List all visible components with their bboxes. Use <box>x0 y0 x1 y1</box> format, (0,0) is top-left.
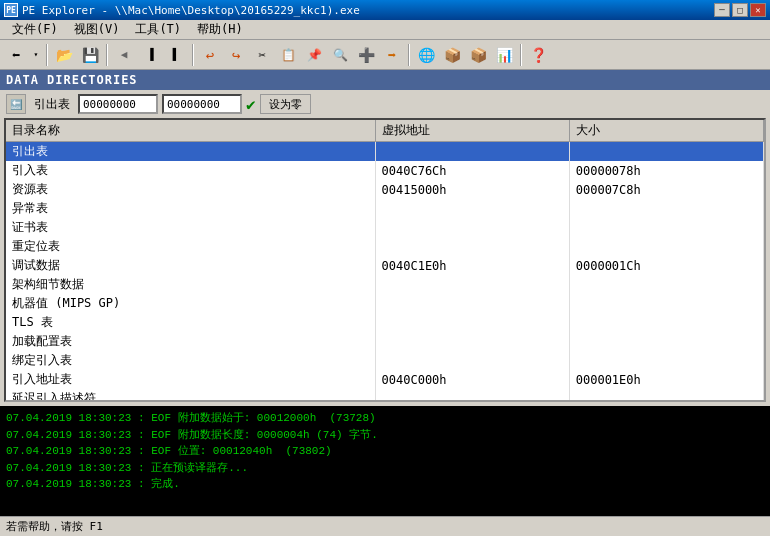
row-size: 000007C8h <box>569 180 763 199</box>
toolbar: ⬅ ▾ 📂 💾 ◀ ▐ ▌ ↩ ↪ ✂ 📋 📌 🔍 ➕ ➡ 🌐 📦 📦 📊 ❓ <box>0 40 770 70</box>
toolbar-separator-2 <box>106 44 108 66</box>
table-row[interactable]: 调试数据0040C1E0h0000001Ch <box>6 256 764 275</box>
address-bar: 🔙 引出表 ✔ 设为零 <box>0 90 770 118</box>
console-line: 07.04.2019 18:30:23 : EOF 位置: 00012040h … <box>6 443 764 460</box>
row-name: 重定位表 <box>6 237 375 256</box>
addr-check-icon[interactable]: ✔ <box>246 95 256 114</box>
pkg2-button[interactable]: 📦 <box>466 43 490 67</box>
back-addr-button[interactable]: 🔙 <box>6 94 26 114</box>
row-addr: 00415000h <box>375 180 569 199</box>
go-button[interactable]: ➡ <box>380 43 404 67</box>
row-name: 引出表 <box>6 142 375 162</box>
addr-input-1[interactable] <box>78 94 158 114</box>
window-controls: ─ □ ✕ <box>714 3 766 17</box>
find-button[interactable]: 🔍 <box>328 43 352 67</box>
table-row[interactable]: 架构细节数据 <box>6 275 764 294</box>
close-button[interactable]: ✕ <box>750 3 766 17</box>
toolbar-btn-4[interactable]: ▌ <box>164 43 188 67</box>
top-panel: 🔙 引出表 ✔ 设为零 目录名称 虚拟地址 大小 <box>0 90 770 406</box>
back-button[interactable]: ⬅ <box>4 43 28 67</box>
row-size <box>569 313 763 332</box>
table-row[interactable]: 绑定引入表 <box>6 351 764 370</box>
toolbar-btn-3[interactable]: ▐ <box>138 43 162 67</box>
back-dropdown-button[interactable]: ▾ <box>30 43 42 67</box>
row-addr <box>375 142 569 162</box>
toolbar-separator-1 <box>46 44 48 66</box>
row-addr <box>375 275 569 294</box>
row-addr: 0040C76Ch <box>375 161 569 180</box>
minimize-button[interactable]: ─ <box>714 3 730 17</box>
table-row[interactable]: 机器值 (MIPS GP) <box>6 294 764 313</box>
table-row[interactable]: 引入表0040C76Ch00000078h <box>6 161 764 180</box>
add-button[interactable]: ➕ <box>354 43 378 67</box>
open-button[interactable]: 📂 <box>52 43 76 67</box>
console-line: 07.04.2019 18:30:23 : 完成. <box>6 476 764 493</box>
console-line: 07.04.2019 18:30:23 : 正在预读译器存... <box>6 460 764 477</box>
row-addr <box>375 389 569 402</box>
row-name: 机器值 (MIPS GP) <box>6 294 375 313</box>
title-bar-content: PE PE Explorer - \\Mac\Home\Desktop\2016… <box>4 3 360 17</box>
help-button[interactable]: ❓ <box>526 43 550 67</box>
addr-label: 引出表 <box>30 96 74 113</box>
row-size <box>569 294 763 313</box>
row-size <box>569 142 763 162</box>
pkg3-button[interactable]: 📊 <box>492 43 516 67</box>
save-button[interactable]: 💾 <box>78 43 102 67</box>
row-size <box>569 351 763 370</box>
status-text: 若需帮助，请按 F1 <box>6 519 103 534</box>
menu-view[interactable]: 视图(V) <box>66 19 128 40</box>
set-zero-button[interactable]: 设为零 <box>260 94 311 114</box>
table-row[interactable]: 延迟引入描述符 <box>6 389 764 402</box>
row-name: 资源表 <box>6 180 375 199</box>
toolbar-separator-3 <box>192 44 194 66</box>
pkg1-button[interactable]: 📦 <box>440 43 464 67</box>
row-addr: 0040C1E0h <box>375 256 569 275</box>
table-row[interactable]: 资源表00415000h000007C8h <box>6 180 764 199</box>
row-addr <box>375 199 569 218</box>
row-addr <box>375 294 569 313</box>
row-addr <box>375 237 569 256</box>
redo-button[interactable]: ↪ <box>224 43 248 67</box>
col-size: 大小 <box>569 120 763 142</box>
row-name: 绑定引入表 <box>6 351 375 370</box>
table-container: 目录名称 虚拟地址 大小 引出表引入表0040C76Ch00000078h资源表… <box>0 118 770 406</box>
copy-button[interactable]: 📋 <box>276 43 300 67</box>
web-button[interactable]: 🌐 <box>414 43 438 67</box>
row-size: 000001E0h <box>569 370 763 389</box>
menu-tools[interactable]: 工具(T) <box>127 19 189 40</box>
nav-left-button[interactable]: ◀ <box>112 43 136 67</box>
col-addr: 虚拟地址 <box>375 120 569 142</box>
main-content: 🔙 引出表 ✔ 设为零 目录名称 虚拟地址 大小 <box>0 90 770 536</box>
data-table-wrap[interactable]: 目录名称 虚拟地址 大小 引出表引入表0040C76Ch00000078h资源表… <box>4 118 766 402</box>
row-name: 加载配置表 <box>6 332 375 351</box>
row-size <box>569 275 763 294</box>
table-row[interactable]: 异常表 <box>6 199 764 218</box>
paste-button[interactable]: 📌 <box>302 43 326 67</box>
table-row[interactable]: 重定位表 <box>6 237 764 256</box>
row-name: 架构细节数据 <box>6 275 375 294</box>
table-row[interactable]: TLS 表 <box>6 313 764 332</box>
row-addr <box>375 351 569 370</box>
table-row[interactable]: 引出表 <box>6 142 764 162</box>
cut-button[interactable]: ✂ <box>250 43 274 67</box>
row-name: 证书表 <box>6 218 375 237</box>
row-name: 引入地址表 <box>6 370 375 389</box>
row-addr <box>375 313 569 332</box>
row-addr: 0040C000h <box>375 370 569 389</box>
addr-input-2[interactable] <box>162 94 242 114</box>
row-size: 0000001Ch <box>569 256 763 275</box>
row-name: 引入表 <box>6 161 375 180</box>
menu-file[interactable]: 文件(F) <box>4 19 66 40</box>
toolbar-separator-4 <box>408 44 410 66</box>
data-table: 目录名称 虚拟地址 大小 引出表引入表0040C76Ch00000078h资源表… <box>6 120 764 402</box>
menu-help[interactable]: 帮助(H) <box>189 19 251 40</box>
table-row[interactable]: 引入地址表0040C000h000001E0h <box>6 370 764 389</box>
row-name: 延迟引入描述符 <box>6 389 375 402</box>
row-name: TLS 表 <box>6 313 375 332</box>
table-row[interactable]: 证书表 <box>6 218 764 237</box>
undo-button[interactable]: ↩ <box>198 43 222 67</box>
row-addr <box>375 332 569 351</box>
maximize-button[interactable]: □ <box>732 3 748 17</box>
table-row[interactable]: 加载配置表 <box>6 332 764 351</box>
row-size <box>569 199 763 218</box>
